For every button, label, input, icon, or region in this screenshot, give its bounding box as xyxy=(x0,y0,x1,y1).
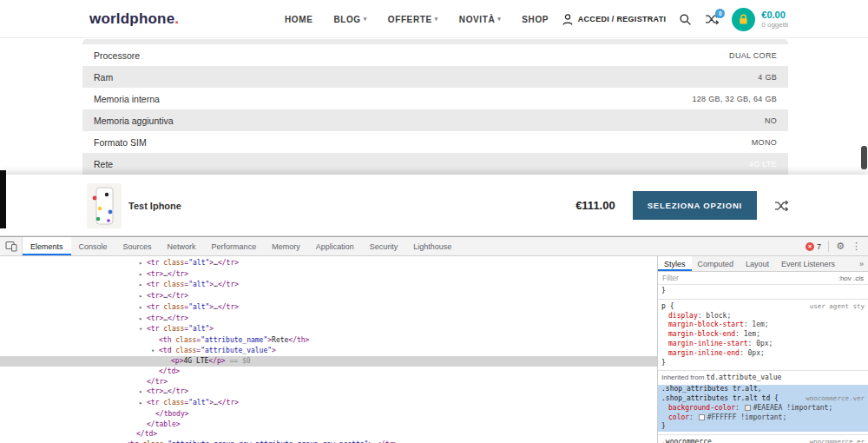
devtools-tab-network[interactable]: Network xyxy=(160,237,204,255)
dom-tree-node[interactable]: <p>4G LTE</p> == $0 xyxy=(0,356,657,367)
inherited-node-link[interactable]: td.attribute_value xyxy=(707,374,782,381)
dom-tree-node[interactable]: ▾<td class="attribute_value"> xyxy=(0,346,657,357)
dom-tree-node[interactable]: ▸<tr>…</tr> xyxy=(0,314,657,325)
dom-tree-node[interactable]: ▸<tr class="alt">…</tr> xyxy=(0,398,657,409)
code-token: class xyxy=(171,347,196,354)
devtools-tab-elements[interactable]: Elements xyxy=(23,237,71,255)
style-rule-line[interactable]: .shop_attributes tr.alt, xyxy=(658,385,868,394)
stylesheet-link[interactable]: user agent sty xyxy=(810,302,865,312)
toolbar-divider xyxy=(828,241,829,252)
collapse-arrow-icon[interactable]: ▸ xyxy=(139,303,147,314)
style-rule-line[interactable]: margin-block-end: 1em; xyxy=(658,330,868,340)
code-token: <p> xyxy=(171,357,183,365)
devtools-tab-security[interactable]: Security xyxy=(362,237,406,255)
code-token: <tr xyxy=(147,399,159,407)
compare-button[interactable]: 0 xyxy=(705,13,719,25)
kebab-menu-icon[interactable]: ⋮ xyxy=(852,241,861,252)
collapse-arrow-icon[interactable]: ▸ xyxy=(139,281,147,291)
device-toolbar-icon[interactable] xyxy=(0,237,23,255)
devtools-tab-lighthouse[interactable]: Lighthouse xyxy=(405,237,459,255)
attribute-value: DUAL CORE xyxy=(729,51,777,60)
code-token: "attribute_name" xyxy=(201,336,267,344)
sidebar-tab-styles[interactable]: Styles xyxy=(658,256,692,271)
header-actions: ACCEDI / REGISTRATI 0 €0.00 0 oggetti xyxy=(562,0,788,38)
dom-tree-node[interactable]: ▸<tr>…</tr> xyxy=(0,387,657,398)
code-token: : 0px; xyxy=(748,340,773,347)
dom-tree-node[interactable]: <th class="attribute_name">Rete</th> xyxy=(0,335,657,346)
style-rule-line[interactable]: margin-inline-start: 0px; xyxy=(658,340,868,349)
nav-item-shop[interactable]: SHOP xyxy=(522,15,549,24)
nav-item-offerte[interactable]: OFFERTE▾ xyxy=(388,15,438,24)
compare-shuffle-icon[interactable] xyxy=(774,200,788,212)
dom-tree-node[interactable]: ▸<tr class="alt">…</tr> xyxy=(0,280,657,291)
nav-item-home[interactable]: HOME xyxy=(285,15,312,24)
site-logo[interactable]: worldphone. xyxy=(89,0,179,38)
sidebar-tab-computed[interactable]: Computed xyxy=(692,256,740,271)
devtools-tab-application[interactable]: Application xyxy=(308,237,362,255)
style-rule-line[interactable]: } xyxy=(658,422,868,432)
style-rule-line[interactable]: display: block; xyxy=(658,312,868,321)
stylesheet-link[interactable]: woocommerce.ver xyxy=(806,394,865,404)
nav-item-novità[interactable]: NOVITÀ▾ xyxy=(459,15,502,24)
pseudo-class-toggles[interactable]: :hov .cls xyxy=(838,274,868,282)
expand-arrow-icon[interactable]: ▾ xyxy=(151,347,159,357)
collapse-arrow-icon[interactable]: ▸ xyxy=(139,314,147,325)
search-icon[interactable] xyxy=(679,13,692,26)
sidebar-tab-layout[interactable]: Layout xyxy=(740,256,775,271)
dom-tree-node[interactable]: ▸<tr>…</tr> xyxy=(0,269,657,281)
code-token: : 0px; xyxy=(740,349,765,357)
attribute-row: Memoria interna128 GB, 32 GB, 64 GB xyxy=(82,88,788,109)
style-rule-line[interactable]: background-color: #EAEAEA !important; xyxy=(658,404,868,413)
product-price: €111.00 xyxy=(575,199,615,212)
color-swatch[interactable] xyxy=(745,405,751,411)
dom-tree-node[interactable]: </tbody> xyxy=(0,409,657,420)
page-scrollbar-thumb[interactable] xyxy=(861,146,867,169)
sidebar-tab-event-listeners[interactable]: Event Listeners xyxy=(775,256,841,271)
attribute-value: NO xyxy=(765,116,777,125)
devtools-tab-sources[interactable]: Sources xyxy=(115,237,160,255)
tabs-overflow-icon[interactable]: » xyxy=(859,256,868,271)
style-rule-line[interactable]: margin-inline-end: 0px; xyxy=(658,349,868,359)
style-rule-line[interactable]: } xyxy=(658,287,868,296)
dom-tree-node[interactable]: ▾<tr class="alt"> xyxy=(0,324,657,335)
expand-arrow-icon[interactable]: ▾ xyxy=(139,325,147,335)
style-rule-line[interactable]: color: #FFFFFF !important; xyxy=(658,413,868,423)
attribute-row: Formato SIMMONO xyxy=(82,131,788,153)
cart-button[interactable]: €0.00 0 oggetti xyxy=(732,8,788,31)
dom-tree-node[interactable]: </td> xyxy=(0,367,657,377)
style-rule-line[interactable]: } xyxy=(658,359,868,368)
select-options-button[interactable]: SELEZIONA OPZIONI xyxy=(633,191,757,220)
gear-icon[interactable]: ⚙ xyxy=(836,241,845,252)
collapse-arrow-icon[interactable]: ▸ xyxy=(139,270,147,281)
product-thumbnail[interactable] xyxy=(87,183,122,228)
collapse-arrow-icon[interactable]: ▸ xyxy=(139,259,147,269)
stylesheet-link[interactable]: woocommerce.er xyxy=(810,438,865,443)
dom-tree-node[interactable]: </td> xyxy=(0,429,657,440)
error-count: 7 xyxy=(817,242,821,251)
collapse-arrow-icon[interactable]: ▸ xyxy=(139,292,147,302)
devtools-tab-memory[interactable]: Memory xyxy=(264,237,308,255)
code-token: class xyxy=(159,259,184,267)
styles-filter-input[interactable] xyxy=(658,274,838,282)
code-token: <tr> xyxy=(147,314,163,322)
console-errors-badge[interactable]: × 7 xyxy=(806,242,821,251)
devtools-tab-console[interactable]: Console xyxy=(71,237,115,255)
collapse-arrow-icon[interactable]: ▸ xyxy=(139,387,147,398)
style-rule-line[interactable]: woocommerce.ver.shop_attributes tr.alt t… xyxy=(658,394,868,404)
dom-tree-node[interactable]: </tr> xyxy=(0,377,657,387)
collapse-arrow-icon[interactable]: ▸ xyxy=(139,399,147,409)
nav-item-blog[interactable]: BLOG▾ xyxy=(333,15,366,24)
styles-pane: }user agent styp {display: block;margin-… xyxy=(658,285,868,443)
attribute-row: Rete4G LTE xyxy=(82,153,788,175)
dom-tree-node[interactable]: ▸<tr>…</tr> xyxy=(0,291,657,302)
dom-tree-node[interactable]: ▸<tr class="attribute_group_row attribut… xyxy=(0,440,657,443)
dom-tree-node[interactable]: ▸<tr class="alt">…</tr> xyxy=(0,302,657,314)
dom-tree-node[interactable]: </table> xyxy=(0,420,657,430)
account-login-link[interactable]: ACCEDI / REGISTRATI xyxy=(562,13,667,26)
style-rule-line[interactable]: margin-block-start: 1em; xyxy=(658,321,868,330)
style-rule-line[interactable]: user agent styp { xyxy=(658,302,868,312)
devtools-tab-performance[interactable]: Performance xyxy=(204,237,265,255)
dom-tree-node[interactable]: ▸<tr class="alt">…</tr> xyxy=(0,258,657,269)
style-rule-line[interactable]: woocommerce.er.woocommerce xyxy=(658,438,868,443)
color-swatch[interactable] xyxy=(699,414,705,420)
